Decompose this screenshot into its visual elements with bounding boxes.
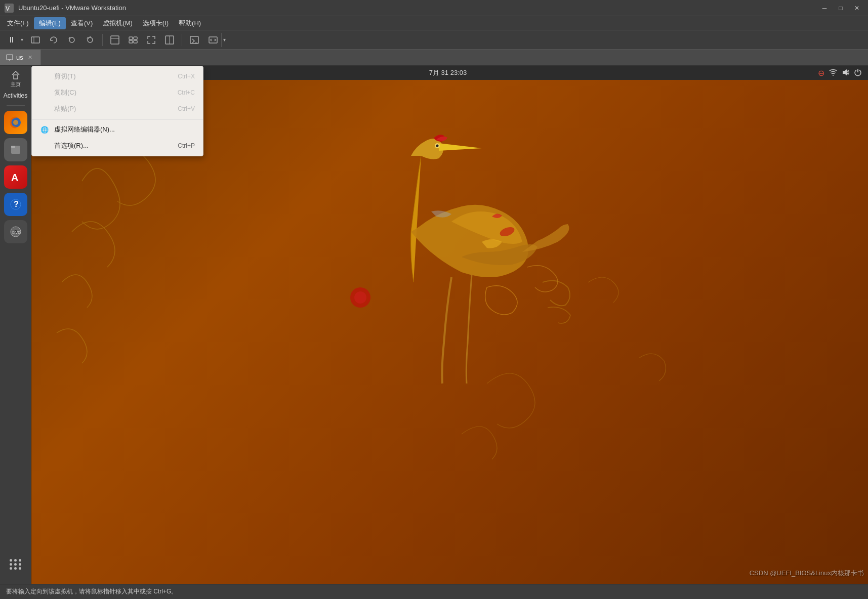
fullscreen-button[interactable] [143, 33, 159, 47]
menu-file[interactable]: 文件(F) [2, 17, 34, 29]
svg-rect-9 [134, 37, 137, 39]
vm-tab-icon [6, 54, 13, 61]
menu-vnet[interactable]: 🌐 虚拟网络编辑器(N)... [32, 121, 203, 138]
console-button[interactable] [186, 33, 202, 47]
vnet-label: 虚拟网络编辑器(N)... [54, 125, 115, 134]
svg-text:A: A [11, 172, 18, 183]
prefs-icon [40, 141, 49, 150]
stretch-icon [205, 33, 221, 47]
window-controls: ─ □ ✕ [817, 3, 864, 14]
pause-icon: ⏸ [5, 33, 19, 47]
menubar: 文件(F) 编辑(E) 查看(V) 虚拟机(M) 选项卡(I) 帮助(H) [0, 16, 868, 30]
menu-copy[interactable]: 复制(C) Ctrl+C [32, 84, 203, 101]
minimize-button[interactable]: ─ [817, 3, 832, 14]
paste-shortcut: Ctrl+V [178, 105, 195, 112]
sidebar-help[interactable]: ? [4, 193, 27, 216]
menu-separator-1 [32, 119, 203, 119]
tab-us[interactable]: us ✕ [0, 50, 41, 65]
menu-vm[interactable]: 虚拟机(M) [98, 17, 138, 29]
app-icon: V [4, 3, 14, 13]
svg-rect-20 [14, 75, 18, 79]
svg-rect-17 [7, 55, 13, 60]
show-apps-button[interactable] [4, 552, 27, 576]
copy-shortcut: Ctrl+C [178, 89, 195, 96]
tabbar: us ✕ [0, 50, 868, 66]
network-icon[interactable] [829, 69, 838, 77]
svg-text:DVD: DVD [12, 230, 21, 235]
normal-view-button[interactable] [107, 33, 123, 47]
menu-paste[interactable]: 粘贴(P) Ctrl+V [32, 101, 203, 117]
sidebar-appstore[interactable]: A [4, 165, 27, 189]
statusbar: 要将输入定向到该虚拟机，请将鼠标指针移入其中或按 Ctrl+G。 [0, 584, 868, 599]
snapshot-manager-button[interactable] [82, 33, 98, 47]
snapshot-button[interactable] [64, 33, 80, 47]
sidebar-firefox[interactable] [4, 111, 27, 134]
toolbar-sep-2 [182, 34, 182, 46]
datetime-display: 7月 31 23:03 [429, 68, 467, 77]
sidebar-activities[interactable]: Activities [2, 90, 29, 101]
svg-text:?: ? [14, 200, 19, 208]
revert-button[interactable] [46, 33, 62, 47]
prefs-shortcut: Ctrl+P [178, 142, 195, 149]
sidebar-files[interactable] [4, 138, 27, 161]
close-button[interactable]: ✕ [850, 3, 864, 14]
send-vm-button[interactable] [27, 33, 44, 47]
statusbar-text: 要将输入定向到该虚拟机，请将鼠标指针移入其中或按 Ctrl+G。 [6, 587, 177, 596]
sidebar-dvd[interactable]: DVD [4, 220, 27, 243]
stretch-dropdown-arrow[interactable]: ▾ [221, 33, 227, 47]
svg-point-37 [354, 291, 366, 304]
menu-prefs[interactable]: 首选项(R)... Ctrl+P [32, 138, 203, 154]
menu-cut-left: 剪切(T) [40, 72, 76, 81]
svg-marker-32 [843, 69, 847, 75]
home-label: 主页 [11, 81, 21, 88]
restore-button[interactable]: □ [834, 3, 848, 14]
svg-point-34 [436, 145, 439, 147]
dot-grid-icon [10, 559, 22, 570]
svg-rect-6 [111, 36, 119, 44]
svg-point-31 [833, 75, 834, 76]
vnet-icon: 🌐 [40, 125, 49, 134]
quick-switch-button[interactable] [161, 33, 178, 47]
menu-help[interactable]: 帮助(H) [174, 17, 206, 29]
svg-text:V: V [6, 5, 10, 12]
toolbar-sep-1 [102, 34, 103, 46]
power-icon[interactable] [854, 68, 862, 78]
svg-rect-24 [11, 146, 15, 148]
files-icon [9, 143, 23, 157]
main-area: 主页 Activities A [0, 66, 868, 584]
desktop-area: 7月 31 23:03 ⊖ [31, 66, 868, 584]
paste-label: 粘贴(P) [54, 104, 76, 113]
menu-edit[interactable]: 编辑(E) [34, 17, 66, 29]
cut-label: 剪切(T) [54, 72, 76, 81]
sidebar-home[interactable]: 主页 [2, 70, 29, 88]
sidebar-divider-1 [7, 105, 25, 106]
svg-rect-14 [190, 36, 198, 44]
svg-rect-10 [129, 40, 133, 43]
menu-cut[interactable]: 剪切(T) Ctrl+X [32, 68, 203, 84]
toolbar: ⏸ ▾ ▾ [0, 30, 868, 50]
dvd-icon: DVD [9, 225, 23, 239]
tab-label: us [16, 54, 23, 61]
tab-close-button[interactable]: ✕ [26, 54, 34, 62]
topbar-right: ⊖ [818, 68, 862, 78]
pause-button[interactable]: ⏸ ▾ [4, 32, 25, 48]
home-icon [11, 70, 21, 80]
menu-paste-left: 粘贴(P) [40, 104, 76, 113]
firefox-icon [9, 115, 23, 130]
volume-icon[interactable] [842, 69, 850, 77]
menu-copy-left: 复制(C) [40, 88, 76, 97]
menu-view[interactable]: 查看(V) [66, 17, 98, 29]
unity-view-button[interactable] [125, 33, 141, 47]
paste-icon [40, 104, 49, 113]
menu-vnet-left: 🌐 虚拟网络编辑器(N)... [40, 125, 115, 134]
svg-rect-2 [31, 37, 39, 43]
no-network-icon[interactable]: ⊖ [818, 68, 824, 78]
svg-rect-11 [134, 40, 137, 43]
cut-icon [40, 72, 49, 81]
help-icon: ? [9, 197, 23, 211]
cut-shortcut: Ctrl+X [178, 73, 195, 80]
svg-point-22 [13, 120, 18, 125]
stretch-button[interactable]: ▾ [204, 32, 228, 48]
pause-dropdown-arrow[interactable]: ▾ [19, 33, 25, 47]
menu-tabs[interactable]: 选项卡(I) [138, 17, 174, 29]
